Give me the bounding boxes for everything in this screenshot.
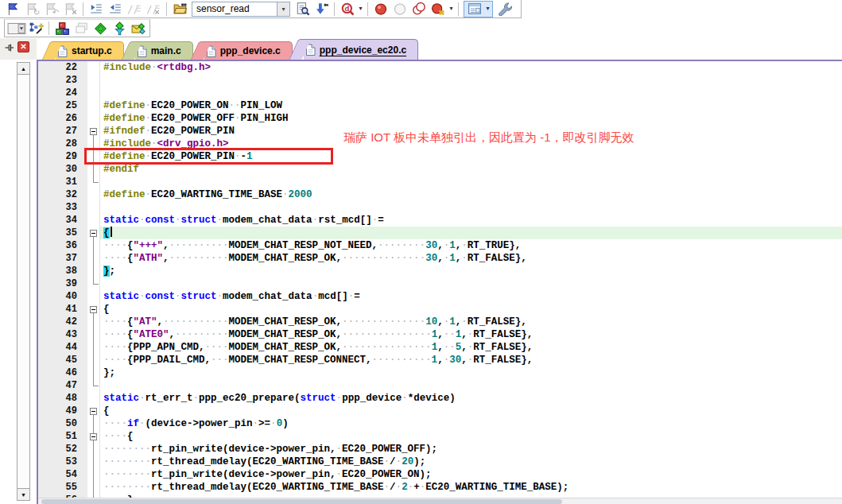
line-number[interactable]: 47 [38, 379, 87, 392]
code-line[interactable]: 32#define·EC20_WARTING_TIME_BASE·2000 [38, 188, 842, 201]
combo-dropdown-icon[interactable]: ▾ [277, 2, 289, 16]
line-number[interactable]: 37 [38, 252, 87, 265]
tab-main-c[interactable]: main.c [135, 41, 193, 60]
code-text[interactable]: static·const·struct·modem_chat_data·mcd[… [100, 290, 842, 303]
code-text[interactable]: static·rt_err_t·ppp_ec20_prepare(struct·… [100, 392, 842, 405]
fold-margin[interactable] [87, 481, 100, 494]
code-text[interactable]: { [100, 227, 842, 239]
fold-margin[interactable] [87, 265, 100, 277]
code-line[interactable]: 39 [38, 277, 842, 290]
code-line[interactable]: 47 [38, 379, 842, 392]
code-text[interactable]: #define·EC20_WARTING_TIME_BASE·2000 [100, 188, 842, 201]
code-text[interactable]: #define·EC20_POWER_PIN·-1 [100, 150, 842, 163]
line-number[interactable]: 22 [38, 61, 87, 74]
code-line[interactable]: 37····{"ATH",··········MODEM_CHAT_RESP_O… [38, 252, 842, 265]
code-line[interactable]: 46}; [38, 366, 842, 379]
enable-all-breakpoints-icon[interactable] [409, 1, 429, 17]
code-text[interactable]: ····{"ATH",··········MODEM_CHAT_RESP_OK,… [100, 252, 842, 265]
fold-margin[interactable] [87, 201, 100, 214]
fold-margin[interactable] [87, 366, 100, 379]
code-text[interactable]: ····if·(device->power_pin·>=·0) [100, 417, 842, 430]
code-text[interactable]: ········rt_thread_mdelay(EC20_WARTING_TI… [100, 456, 842, 468]
line-number[interactable]: 49 [38, 405, 87, 417]
code-line[interactable]: 52········rt_pin_write(device->power_pin… [38, 443, 842, 456]
code-line[interactable]: 50····if·(device->power_pin·>=·0) [38, 417, 842, 430]
line-number[interactable]: 48 [38, 392, 87, 405]
line-number[interactable]: 27 [38, 125, 87, 138]
fold-margin[interactable] [87, 239, 100, 252]
fold-margin[interactable] [87, 328, 100, 341]
fold-margin[interactable] [87, 138, 100, 150]
incremental-search-icon[interactable] [312, 1, 331, 17]
fold-margin[interactable] [87, 176, 100, 188]
line-number[interactable]: 55 [38, 481, 87, 494]
search-combo[interactable]: sensor_read▾ [192, 2, 290, 17]
line-number[interactable]: 45 [38, 354, 87, 366]
code-line[interactable]: 31 [38, 176, 842, 188]
envelope-diamond-icon[interactable] [129, 21, 148, 37]
tab-ppp_device-c[interactable]: ppp_device.c [204, 41, 293, 60]
code-text[interactable]: ····{ [100, 430, 842, 443]
line-number[interactable]: 46 [38, 366, 87, 379]
line-number[interactable]: 34 [38, 214, 87, 227]
code-text[interactable]: { [100, 405, 842, 417]
code-line[interactable]: 41{ [38, 303, 842, 316]
line-number[interactable]: 28 [38, 138, 87, 150]
code-text[interactable]: #define·EC20_POWER_ON··PIN_LOW [100, 99, 842, 112]
horizontal-scrollbar-thumb[interactable] [41, 499, 562, 504]
code-line[interactable]: 42····{"AT",···········MODEM_CHAT_RESP_O… [38, 316, 842, 328]
close-panel-button[interactable]: ✕ [17, 41, 29, 52]
tab-ppp_device_ec20-c[interactable]: ppp_device_ec20.c [304, 39, 418, 60]
horizontal-scrollbar[interactable] [38, 498, 842, 504]
line-number[interactable]: 42 [38, 316, 87, 328]
left-panel-scrollbar[interactable]: ▲ ▼ [17, 62, 30, 501]
code-text[interactable]: ····{PPP_APN_CMD,····MODEM_CHAT_RESP_OK,… [100, 341, 842, 354]
scroll-up-icon[interactable]: ▲ [17, 63, 29, 75]
code-text[interactable] [100, 87, 842, 99]
line-number[interactable]: 31 [38, 176, 87, 188]
filter-icon[interactable] [110, 21, 129, 37]
code-line[interactable]: 34static·const·struct·modem_chat_data·rs… [38, 214, 842, 227]
fold-margin[interactable] [87, 456, 100, 468]
line-number[interactable]: 24 [38, 87, 87, 99]
code-line[interactable]: 30#endif [38, 163, 842, 176]
fold-margin[interactable] [87, 74, 100, 87]
search-red-icon[interactable]: d [338, 1, 357, 17]
fold-margin[interactable] [87, 341, 100, 354]
line-number[interactable]: 43 [38, 328, 87, 341]
line-number[interactable]: 26 [38, 112, 87, 125]
outdent-icon[interactable] [106, 1, 125, 17]
line-number[interactable]: 25 [38, 99, 87, 112]
code-line[interactable]: 43····{"ATE0",·········MODEM_CHAT_RESP_O… [38, 328, 842, 341]
line-number[interactable]: 53 [38, 456, 87, 468]
kill-all-breakpoints-icon[interactable] [429, 1, 448, 17]
code-text[interactable]: ········rt_pin_write(device->power_pin,·… [100, 443, 842, 456]
code-line[interactable]: 49{ [38, 405, 842, 417]
fold-margin[interactable] [87, 112, 100, 125]
line-number[interactable]: 41 [38, 303, 87, 316]
fold-margin[interactable] [87, 417, 100, 430]
fold-margin[interactable] [87, 316, 100, 328]
code-text[interactable] [100, 176, 842, 188]
scroll-down-icon[interactable]: ▼ [17, 488, 29, 500]
line-number[interactable]: 23 [38, 74, 87, 87]
find-next-icon[interactable] [293, 1, 312, 17]
uncomment-lines-icon[interactable]: //× [144, 1, 163, 17]
indent-icon[interactable] [87, 1, 106, 17]
fold-margin[interactable] [87, 188, 100, 201]
fold-margin[interactable] [87, 303, 100, 316]
insert-breakpoint-icon[interactable] [371, 1, 390, 17]
code-line[interactable]: 54········rt_pin_write(device->power_pin… [38, 468, 842, 481]
code-line[interactable]: 22#include·<rtdbg.h> [38, 61, 842, 74]
code-text[interactable] [100, 201, 842, 214]
code-text[interactable] [100, 74, 842, 87]
fold-margin[interactable] [87, 379, 100, 392]
code-line[interactable]: 55········rt_thread_mdelay(EC20_WARTING_… [38, 481, 842, 494]
code-text[interactable]: ········rt_pin_write(device->power_pin,·… [100, 468, 842, 481]
line-number[interactable]: 52 [38, 443, 87, 456]
fold-margin[interactable] [87, 354, 100, 366]
line-number[interactable]: 38 [38, 265, 87, 277]
line-number[interactable]: 44 [38, 341, 87, 354]
code-text[interactable]: #include·<rtdbg.h> [100, 61, 842, 74]
code-text[interactable]: }; [100, 265, 842, 277]
